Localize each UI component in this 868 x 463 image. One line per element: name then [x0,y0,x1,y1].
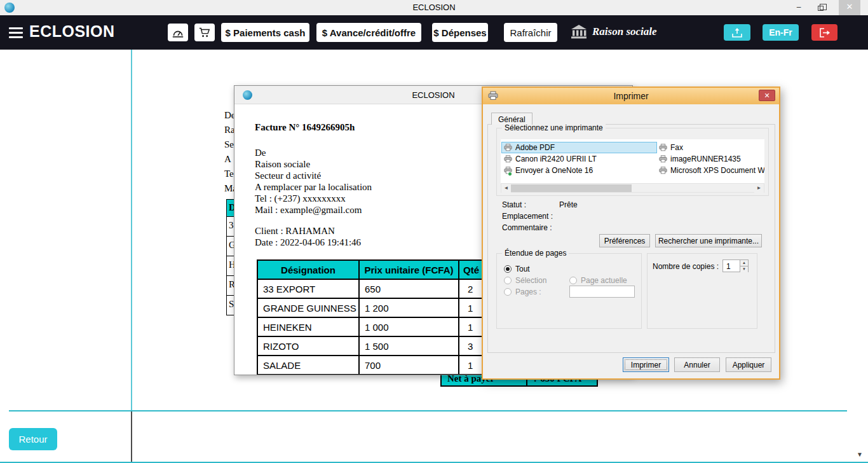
imprimer-button[interactable]: Imprimer [623,357,669,372]
copies-stepper-arrows: ▲ ▼ [740,260,748,272]
cell-designation: HEINEKEN [257,317,359,336]
printer-item-icon [659,167,667,174]
close-button[interactable]: ✕ [839,0,860,15]
invoice-date: Date : 2022-04-06 19:41:46 [255,237,361,248]
navbar: ECLOSION $ Paiements cash $ Avance/crédi… [0,15,868,50]
copies-label: Nombre de copies : [653,262,719,271]
printer-label: Envoyer à OneNote 16 [515,166,593,175]
invoice-client: Client : RAHAMAN [255,226,335,237]
col-designation: Désignation [257,260,359,279]
bank-icon [571,25,587,41]
commentaire-label: Commentaire : [502,223,552,232]
language-toggle-button[interactable]: En-Fr [763,24,799,41]
appliquer-button[interactable]: Appliquer [726,357,771,372]
depenses-button[interactable]: $ Dépenses [432,23,488,42]
gauge-icon [172,27,184,38]
tab-general[interactable]: Général [491,113,532,125]
minimize-button[interactable]: – [789,0,808,15]
restore-button[interactable] [811,0,830,15]
emplacement-label: Emplacement : [502,212,553,221]
copies-stepper[interactable]: 1 ▲ ▼ [722,259,749,272]
printer-item-adobe-pdf[interactable]: Adobe PDF [501,142,657,153]
window-title: ECLOSION [0,0,868,15]
printer-group-label: Sélectionnez une imprimante [502,123,606,132]
printer-label: Adobe PDF [515,143,555,152]
sender-line: A remplacer par la localisation [255,181,372,193]
printer-item-canon[interactable]: Canon iR2420 UFRII LT [502,153,599,165]
cart-button[interactable] [194,24,215,41]
logout-button[interactable] [811,24,837,41]
radio-page-actuelle-label: Page actuelle [581,276,627,285]
invoice-table-header-row: Désignation Prix unitaire (FCFA) Qté [257,260,510,279]
invoice-row: GRANDE GUINNESS 1 200 1 [257,298,510,317]
printer-item-icon [504,144,512,151]
cell-prix: 1 000 [359,317,459,336]
dashboard-button[interactable] [168,24,188,41]
printer-label: Fax [670,143,683,152]
pages-range-input[interactable] [569,286,635,298]
sender-line: Tel : (+237) xxxxxxxxx [255,193,372,204]
cart-icon [198,27,211,38]
restore-icon [818,6,824,11]
paiements-cash-button[interactable]: $ Paiements cash [221,23,309,42]
pages-range-group: Étendue de pages Tout Sélection Page act… [496,253,642,329]
avance-credit-offre-button[interactable]: $ Avance/crédit/offre [316,23,421,42]
radio-pages[interactable] [504,288,512,296]
printer-item-icon [504,167,512,174]
preferences-button[interactable]: Préférences [599,234,650,247]
sender-line: Mail : example@gmail.com [255,204,372,216]
menu-icon[interactable] [9,27,23,41]
default-printer-badge [508,172,512,176]
invoice-number: Facture N° 1649266905h [255,122,355,133]
printer-label: Microsoft XPS Document W [670,166,764,175]
printer-item-imagerunner[interactable]: imageRUNNER1435 [657,153,743,165]
print-dialog-title: Imprimer [483,88,779,104]
spin-up-icon[interactable]: ▲ [740,260,748,266]
copies-group: Nombre de copies : 1 ▲ ▼ [647,253,757,329]
sender-line: De [255,147,372,158]
radio-page-actuelle[interactable] [569,277,577,284]
printer-item-xps[interactable]: Microsoft XPS Document W [657,165,764,176]
printer-item-icon [659,155,667,163]
main-content: De Ra Se A Te Ma D 3 G H R S Net à payer… [0,50,868,463]
export-button[interactable] [724,24,750,41]
radio-tout[interactable] [504,265,512,273]
hscroll-thumb[interactable] [511,184,632,192]
printer-list: Adobe PDF Canon iR2420 UFRII LT Envoyer … [501,139,764,183]
radio-selection-label: Sélection [515,276,546,285]
invoice-table: Désignation Prix unitaire (FCFA) Qté 33 … [257,259,510,375]
vertical-divider-teal [131,50,132,410]
retour-button[interactable]: Retour [9,428,57,450]
rechercher-imprimante-button[interactable]: Rechercher une imprimante... [655,234,762,247]
company-name: Raison sociale [592,25,657,38]
print-dialog-close-button[interactable]: ✕ [759,90,775,101]
export-icon [732,28,742,38]
app-brand: ECLOSION [29,22,115,41]
sender-line: Secteur d activité [255,170,372,181]
rafraichir-button[interactable]: Rafraîchir [504,23,557,42]
spin-down-icon[interactable]: ▼ [740,266,748,272]
annuler-button[interactable]: Annuler [674,357,720,372]
hscroll-left-arrow[interactable]: ◄ [501,184,511,193]
cell-designation: RIZOTO [257,336,359,356]
print-dialog-titlebar: Imprimer ✕ [483,88,779,104]
copies-value: 1 [723,260,740,272]
pages-range-group-label: Étendue de pages [502,249,569,258]
scroll-down-icon[interactable]: ▼ [857,451,863,458]
printer-item-fax[interactable]: Fax [657,142,685,153]
horizontal-divider-teal [9,410,847,411]
cell-prix: 700 [359,356,459,375]
invoice-row: RIZOTO 1 500 3 [257,336,510,356]
hscroll-right-arrow[interactable]: ► [754,184,764,193]
statut-value: Prête [559,200,578,209]
printer-item-onenote[interactable]: Envoyer à OneNote 16 [502,165,595,176]
cell-designation: GRANDE GUINNESS [257,298,359,317]
radio-selection[interactable] [504,277,512,284]
print-dialog: Imprimer ✕ Général Sélectionnez une impr… [482,86,780,380]
radio-pages-label: Pages : [515,287,541,296]
cell-prix: 650 [359,279,459,298]
cell-designation: SALADE [257,356,359,375]
printer-list-hscrollbar[interactable]: ◄ ► [501,183,764,193]
printer-item-icon [659,144,667,151]
invoice-row: HEINEKEN 1 000 1 [257,317,510,336]
